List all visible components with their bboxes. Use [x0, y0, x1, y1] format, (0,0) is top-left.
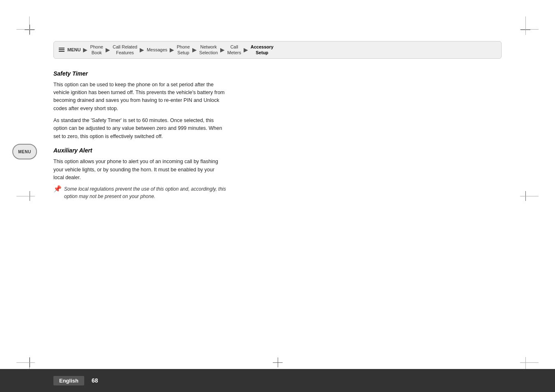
menu-icon-text: MENU	[18, 150, 31, 154]
crosshair-top-left	[25, 25, 35, 35]
hline-bl	[16, 362, 35, 363]
nav-call-meters[interactable]: CallMeters	[227, 44, 241, 56]
crosshair-bottom-mid	[273, 357, 283, 367]
nav-arrow-4: ▶	[170, 46, 174, 53]
nav-arrow-1: ▶	[83, 46, 88, 53]
page-number: 68	[92, 377, 98, 384]
nav-arrow-2: ▶	[106, 46, 110, 53]
hline-tl	[16, 29, 35, 30]
auxiliary-alert-para1: This option allows your phone to alert y…	[53, 158, 226, 182]
nav-bar: MENU ▶ PhoneBook ▶ Call RelatedFeatures …	[53, 41, 502, 59]
hline-br	[520, 362, 539, 363]
hline-ml	[16, 196, 35, 196]
menu-lines-icon	[59, 48, 64, 52]
nav-arrow-3: ▶	[140, 46, 144, 53]
hline-mr	[520, 196, 539, 196]
nav-call-related[interactable]: Call RelatedFeatures	[113, 44, 137, 56]
safety-timer-section: Safety Timer This option can be used to …	[53, 70, 502, 141]
aux-content: Auxiliary Alert This option allows your …	[53, 147, 502, 200]
nav-phone-setup[interactable]: PhoneSetup	[177, 44, 190, 56]
language-badge: English	[53, 376, 84, 385]
vline-tl	[29, 16, 30, 35]
safety-timer-para2: As standard the 'Safety Timer' is set to…	[53, 117, 226, 141]
auxiliary-alert-heading: Auxiliary Alert	[53, 147, 502, 154]
nav-menu: MENU	[59, 47, 81, 52]
safety-timer-heading: Safety Timer	[53, 70, 502, 77]
hline-tr	[520, 29, 539, 30]
menu-icon-box: MENU	[12, 144, 37, 159]
menu-label: MENU	[67, 47, 81, 52]
auxiliary-alert-section: MENU Auxiliary Alert This option allows …	[53, 147, 502, 200]
nav-messages[interactable]: Messages	[147, 47, 167, 53]
safety-timer-para1: This option can be used to keep the phon…	[53, 81, 226, 113]
note-block: 📌 Some local regulations prevent the use…	[53, 186, 230, 200]
nav-arrow-6: ▶	[220, 46, 225, 53]
bottom-bar: English 68	[0, 369, 555, 392]
vline-tr	[525, 16, 526, 35]
note-icon: 📌	[53, 185, 62, 193]
note-text: Some local regulations prevent the use o…	[64, 186, 230, 200]
nav-phone-book[interactable]: PhoneBook	[90, 44, 103, 56]
nav-arrow-7: ▶	[244, 46, 248, 53]
nav-arrow-5: ▶	[192, 46, 197, 53]
nav-network-selection[interactable]: NetworkSelection	[199, 44, 218, 56]
main-content: MENU ▶ PhoneBook ▶ Call RelatedFeatures …	[53, 41, 502, 200]
nav-accessory-setup[interactable]: AccessorySetup	[251, 44, 274, 56]
